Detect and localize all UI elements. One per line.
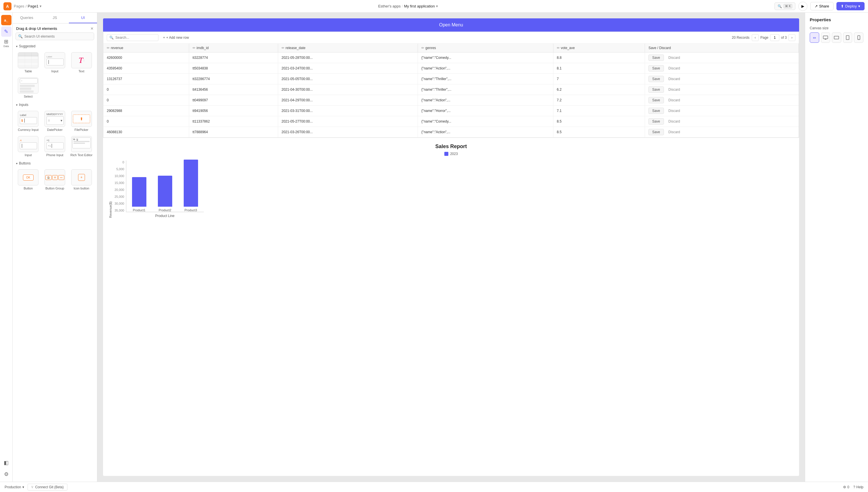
sidebar-icon-editor[interactable]: ✎ [1, 26, 11, 37]
discard-row-button[interactable]: Discard [665, 76, 684, 82]
size-fluid[interactable]: ⇔ [810, 32, 819, 43]
widget-button-label: Button [24, 187, 33, 190]
size-mobile[interactable] [854, 32, 863, 43]
buttons-section-header[interactable]: ▾ Buttons [13, 159, 97, 167]
x-axis-label: Product Line [126, 214, 204, 218]
bar [184, 159, 198, 207]
prev-page-button[interactable]: ‹ [752, 34, 759, 41]
canvas[interactable]: + Add new row Open Menu 🔍 + + Add new ro… [97, 13, 805, 482]
widget-text[interactable]: T | Text [69, 51, 94, 75]
panel-title: Drag & drop UI elements [16, 26, 57, 31]
search-button[interactable]: 🔍 ⌘ K [774, 2, 795, 10]
suggested-section-header[interactable]: ▾ Suggested [13, 43, 97, 49]
sidebar-icon-logo[interactable]: a_ [1, 15, 11, 25]
data-table-wrapper: 🔍 + + Add new row 20 Records ‹ Page of 3 [103, 31, 799, 138]
size-tablet-landscape[interactable] [832, 32, 841, 43]
pagination: ‹ Page of 3 › [752, 34, 795, 41]
notification-count[interactable]: ⚙ 0 [843, 485, 849, 489]
save-row-button[interactable]: Save [648, 65, 664, 72]
search-icon: 🔍 [777, 4, 782, 8]
col-revenue: ✏revenue [103, 44, 189, 52]
play-button[interactable]: ▶ [798, 2, 808, 11]
discard-row-button[interactable]: Discard [665, 129, 684, 135]
table-row: 0tt41364562021-04-30T00:00...{"name":"Th… [103, 84, 799, 95]
widget-icon-button[interactable]: + Icon button [69, 168, 94, 192]
save-row-button[interactable]: Save [648, 54, 664, 61]
widget-rich-label: Rich Text Editor [70, 153, 93, 157]
app-arrow[interactable]: ▾ [436, 4, 438, 8]
deploy-arrow: ▾ [858, 4, 860, 8]
widget-filepicker[interactable]: ⬆ FilePicker [69, 109, 94, 133]
sidebar-icon-settings[interactable]: ⚙ [1, 469, 11, 479]
widget-currency[interactable]: Label $ Currency Input [16, 109, 41, 133]
bar [158, 176, 172, 207]
sidebar-icon-data[interactable]: ⊞ Data [1, 38, 11, 48]
widget-datepicker[interactable]: MM/DD/YYYY ☰ ▾ DatePicker [42, 109, 68, 133]
widget-input2[interactable]: A Input [16, 134, 41, 158]
search-ui-elements[interactable]: 🔍 [16, 32, 94, 40]
save-row-button[interactable]: Save [648, 118, 664, 125]
widget-button-group[interactable]: 🏠 ⚙ ••• Button Group [42, 168, 68, 192]
add-row-button[interactable]: + + Add new row [161, 34, 191, 41]
table-search-input[interactable] [116, 35, 155, 40]
open-menu-button[interactable]: + Add new row Open Menu [103, 18, 799, 31]
breadcrumb-pages[interactable]: Pages [14, 4, 24, 8]
sidebar-icon-components[interactable]: ◧ [1, 458, 11, 468]
tab-ui[interactable]: UI [69, 13, 97, 23]
widget-select[interactable]: ▾ Select [16, 76, 41, 100]
app-name[interactable]: My first application [404, 4, 435, 8]
save-row-button[interactable]: Save [648, 87, 664, 93]
chart-legend: 2023 [109, 152, 793, 156]
page-number-input[interactable] [770, 34, 779, 41]
discard-row-button[interactable]: Discard [665, 108, 684, 114]
discard-row-button[interactable]: Discard [665, 55, 684, 60]
search-input[interactable] [24, 34, 92, 39]
col-vote-ave: ✏vote_ave [553, 44, 645, 52]
tab-queries[interactable]: Queries [13, 13, 41, 23]
help-button[interactable]: ? Help [853, 485, 863, 489]
inputs-section-header[interactable]: ▾ Inputs [13, 101, 97, 108]
close-icon[interactable]: ✕ [91, 26, 94, 31]
save-row-button[interactable]: Save [648, 76, 664, 82]
widget-currency-preview: Label $ [18, 111, 39, 127]
svg-rect-3 [834, 36, 839, 39]
next-page-button[interactable]: › [789, 34, 795, 41]
share-button[interactable]: ↗ Share [810, 2, 834, 10]
save-row-button[interactable]: Save [648, 108, 664, 114]
widget-phone[interactable]: +1 +1 Phone Input [42, 134, 68, 158]
size-tablet-portrait[interactable] [843, 32, 852, 43]
discard-row-button[interactable]: Discard [665, 87, 684, 93]
editor-icon: ✎ [4, 28, 8, 35]
size-desktop[interactable] [821, 32, 830, 43]
widget-button-preview: OK [18, 169, 39, 186]
table-search[interactable]: 🔍 [107, 34, 158, 41]
tab-js[interactable]: JS [41, 13, 69, 23]
deploy-button[interactable]: ⬆ Deploy ▾ [837, 2, 865, 10]
discard-row-button[interactable]: Discard [665, 66, 684, 71]
breadcrumb-arrow[interactable]: ▾ [40, 4, 42, 8]
widget-input[interactable]: Label Input [42, 51, 68, 75]
widget-select-preview: ▾ [18, 77, 39, 94]
col-release-date: ✏release_date [278, 44, 418, 52]
table-row: 0tt113378622021-05-27T00:00...{"name":"C… [103, 116, 799, 127]
chart-content: Revenue($) 35,000 30,000 25,000 20,000 1… [109, 161, 793, 218]
data-table: ✏revenue ✏imdb_id ✏release_date ✏genres … [103, 44, 799, 138]
save-row-button[interactable]: Save [648, 97, 664, 103]
discard-row-button[interactable]: Discard [665, 97, 684, 103]
widget-rich[interactable]: B / U Rich Text Editor [69, 134, 94, 158]
save-row-button[interactable]: Save [648, 129, 664, 135]
table-row: 13126737tt322867742021-05-05T00:00...{"n… [103, 74, 799, 84]
table-row: 46088130tt78889642021-03-26T00:00...{"na… [103, 127, 799, 138]
discard-row-button[interactable]: Discard [665, 119, 684, 124]
git-icon: ⑂ [31, 485, 33, 489]
inputs-label: Inputs [19, 103, 28, 107]
widget-phone-preview: +1 +1 [45, 136, 65, 152]
app-logo[interactable]: A [3, 2, 11, 10]
widget-table[interactable]: Table [16, 51, 41, 75]
git-connect-button[interactable]: ⑂ Connect Git (Beta) [28, 484, 67, 491]
breadcrumb-current[interactable]: Page1 [28, 4, 39, 8]
play-icon: ▶ [801, 4, 804, 8]
topbar: A Pages / Page1 ▾ Esther's apps / My fir… [0, 0, 868, 13]
environment-badge[interactable]: Production ▾ [5, 485, 24, 489]
widget-button[interactable]: OK Button [16, 168, 41, 192]
